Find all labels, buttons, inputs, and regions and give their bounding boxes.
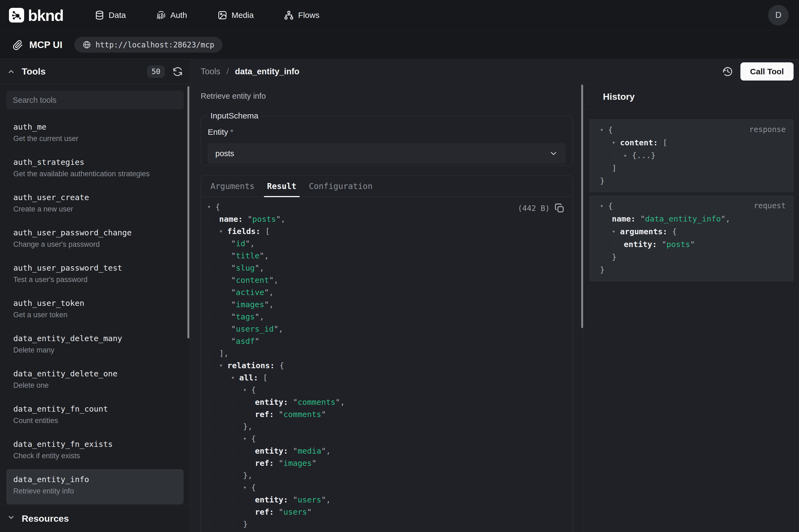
tool-name: auth_user_token	[13, 298, 176, 308]
tool-name: data_entity_delete_one	[13, 369, 176, 379]
entity-select[interactable]: posts	[208, 143, 566, 164]
resources-section-header[interactable]: Resources	[0, 505, 190, 532]
history-icon[interactable]	[722, 66, 734, 77]
history-entry-label: response	[749, 125, 786, 134]
history-json-line: entity: "posts"	[600, 238, 794, 250]
expand-triangle-icon[interactable]: ▾	[219, 228, 227, 234]
sidebar-item-auth_user_token[interactable]: auth_user_tokenGet a user token	[6, 293, 184, 328]
entity-select-value: posts	[215, 149, 234, 158]
history-entry-request[interactable]: request▾{name: "data_entity_info",▾argum…	[589, 195, 794, 282]
sidebar-item-data_entity_fn_count[interactable]: data_entity_fn_countCount entities	[6, 399, 184, 434]
input-schema-fieldset: InputSchema Entity* posts	[201, 111, 573, 166]
expand-triangle-icon[interactable]: ▾	[600, 126, 608, 133]
tools-sidebar: Tools 50 auth_meGet the current userauth…	[0, 59, 190, 532]
result-json-line: "asdf"	[207, 335, 573, 347]
nav-item-flows[interactable]: Flows	[284, 10, 319, 20]
result-json-line: ▾relations: {	[207, 359, 573, 372]
nav-label: Flows	[298, 11, 319, 20]
breadcrumb-current: data_entity_info	[235, 67, 300, 76]
expand-triangle-icon[interactable]: ▾	[243, 484, 251, 491]
bknd-logo-icon	[9, 8, 24, 22]
call-tool-button[interactable]: Call Tool	[740, 62, 794, 80]
expand-triangle-icon[interactable]: ▾	[219, 362, 227, 369]
chevron-down-icon	[7, 513, 15, 521]
nav-items: DataAuthMediaFlows	[95, 10, 320, 20]
database-icon	[95, 10, 104, 20]
sidebar-item-data_entity_delete_one[interactable]: data_entity_delete_oneDelete one	[6, 363, 184, 399]
mcp-url-pill[interactable]: http://localhost:28623/mcp	[74, 37, 222, 53]
nav-item-data[interactable]: Data	[95, 10, 126, 20]
tab-arguments[interactable]: Arguments	[207, 176, 258, 197]
refresh-button[interactable]	[172, 66, 183, 77]
collapsed-triangle-icon[interactable]: ▸	[624, 152, 632, 159]
result-json-line: entity: "users",	[207, 494, 573, 506]
sidebar-item-data_entity_info[interactable]: data_entity_infoRetrieve entity info	[6, 469, 184, 504]
expand-triangle-icon[interactable]: ▾	[207, 203, 215, 210]
expand-triangle-icon[interactable]: ▾	[612, 228, 620, 235]
avatar-letter: D	[775, 10, 781, 20]
tool-name: data_entity_fn_count	[13, 404, 176, 414]
content-region: Tools / data_entity_info Call Tool Retri…	[190, 59, 799, 532]
nav-item-auth[interactable]: Auth	[156, 10, 187, 20]
result-json-viewer: (442 B) ▾{name: "posts",▾fields: ["id","…	[201, 197, 573, 532]
history-json-line: ▸{...}	[600, 149, 794, 162]
expand-triangle-icon[interactable]: ▾	[600, 203, 608, 209]
entity-field-label: Entity*	[208, 128, 566, 137]
tool-name: auth_me	[13, 122, 176, 132]
history-title: History	[603, 91, 635, 102]
history-entry-response[interactable]: response▾{▾content: [▸{...}]}	[589, 119, 794, 192]
copy-icon[interactable]	[555, 203, 565, 213]
history-entry-label: request	[754, 201, 786, 210]
top-navigation: bknd DataAuthMediaFlows D	[0, 0, 799, 31]
sidebar-item-auth_user_create[interactable]: auth_user_createCreate a new user	[6, 187, 184, 222]
result-json-line: },	[207, 469, 573, 481]
result-json-line: }	[207, 518, 573, 530]
mcp-bar: MCP UI http://localhost:28623/mcp	[0, 31, 799, 59]
result-json-line: ref: "users"	[207, 506, 573, 518]
result-json-line: ref: "images"	[207, 457, 573, 469]
tabs-row: ArgumentsResultConfiguration	[201, 176, 573, 197]
tool-description: Get a user token	[13, 310, 176, 319]
sidebar-item-auth_strategies[interactable]: auth_strategiesGet the available authent…	[6, 152, 184, 187]
history-json-line: ]	[600, 162, 794, 174]
search-wrap	[0, 84, 190, 110]
history-json-line: name: "data_entity_info",	[600, 212, 794, 225]
expand-triangle-icon[interactable]: ▾	[612, 139, 620, 146]
search-input[interactable]	[6, 91, 184, 110]
result-json-line: ▾{	[207, 433, 573, 445]
nav-item-media[interactable]: Media	[217, 10, 254, 20]
result-json-line: "active",	[207, 286, 573, 298]
sidebar-scrollbar[interactable]	[187, 86, 189, 338]
tool-name: data_entity_info	[13, 475, 176, 484]
sidebar-item-data_entity_fn_exists[interactable]: data_entity_fn_existsCheck if entity exi…	[6, 434, 184, 469]
input-schema-legend: InputSchema	[208, 111, 261, 120]
tool-name: auth_user_password_test	[13, 263, 176, 273]
main-scrollbar[interactable]	[581, 84, 583, 328]
result-json-line: entity: "media",	[207, 445, 573, 457]
sidebar-item-auth_user_password_change[interactable]: auth_user_password_changeChange a user's…	[6, 222, 184, 258]
user-avatar[interactable]: D	[768, 5, 789, 25]
history-json-line: }	[600, 263, 794, 276]
expand-triangle-icon[interactable]: ▾	[231, 374, 239, 381]
breadcrumb-separator: /	[226, 67, 229, 76]
sidebar-item-data_entity_delete_many[interactable]: data_entity_delete_manyDelete many	[6, 328, 184, 363]
tools-header[interactable]: Tools 50	[0, 59, 190, 84]
tab-configuration[interactable]: Configuration	[306, 176, 376, 197]
sidebar-item-auth_me[interactable]: auth_meGet the current user	[6, 117, 184, 152]
required-mark: *	[230, 128, 233, 136]
tab-result[interactable]: Result	[264, 176, 300, 197]
expand-triangle-icon[interactable]: ▾	[243, 386, 251, 393]
fingerprint-icon	[156, 10, 166, 20]
result-json-line: "slug",	[207, 262, 573, 274]
result-json-line: "title",	[207, 249, 573, 262]
sidebar-item-auth_user_password_test[interactable]: auth_user_password_testTest a user's pas…	[6, 258, 184, 293]
result-json-line: "users_id",	[207, 323, 573, 335]
history-panel: History response▾{▾content: [▸{...}]}req…	[584, 84, 799, 532]
bknd-logo-text: bknd	[28, 6, 63, 24]
result-tabs-box: ArgumentsResultConfiguration (442 B)	[201, 175, 573, 532]
chevron-up-icon	[7, 68, 15, 76]
expand-triangle-icon[interactable]: ▾	[243, 435, 251, 442]
breadcrumb-parent[interactable]: Tools	[201, 67, 220, 76]
bknd-logo[interactable]: bknd	[9, 6, 63, 24]
tools-title: Tools	[22, 66, 45, 77]
